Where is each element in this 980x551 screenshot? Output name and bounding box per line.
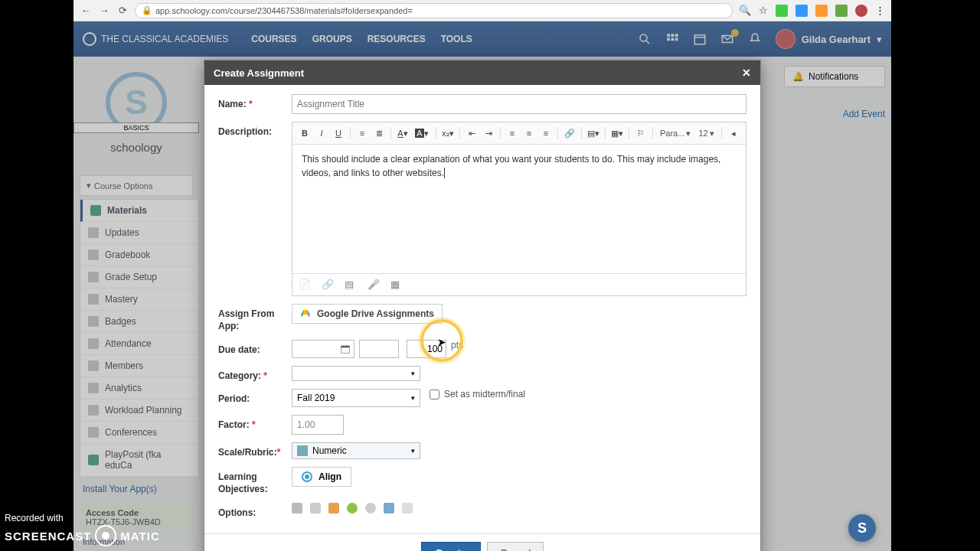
ext-icon-3[interactable] [815, 5, 828, 17]
category-row: Category: * ▾ [218, 366, 746, 381]
midterm-label: Set as midterm/final [444, 389, 525, 399]
scale-value: Numeric [312, 445, 347, 456]
watermark-brand: SCREENCAST [5, 530, 91, 543]
browser-toolbar: ← → ⟳ 🔒 app.schoology.com/course/2304467… [74, 0, 891, 21]
date-input[interactable] [292, 340, 354, 358]
assign-from-app-row: Assign From App: Google Drive Assignment… [218, 304, 746, 332]
link-button[interactable]: 🔗 [562, 126, 577, 141]
scale-select[interactable]: Numeric ▾ [292, 442, 420, 459]
rich-text-editor: B I U ≡ ≣ A▾ A▾ x₂▾ [292, 122, 746, 296]
watermark-logo: SCREENCAST MATIC [5, 523, 165, 548]
back-button[interactable]: ← [80, 5, 92, 17]
period-select[interactable]: Fall 2019▾ [292, 389, 420, 407]
number-list-button[interactable]: ≣ [371, 126, 387, 141]
modal-header: Create Assignment ✕ [204, 60, 760, 85]
modal-footer: Create Cancel [204, 533, 760, 551]
url-text: app.schoology.com/course/2304467538/mate… [155, 6, 413, 15]
bullet-list-button[interactable]: ≡ [354, 126, 370, 141]
insert-button[interactable]: ▤▾ [586, 126, 601, 141]
menu-icon[interactable]: ⋮ [875, 5, 885, 16]
midterm-checkbox[interactable] [430, 390, 439, 399]
editor-toolbar: B I U ≡ ≣ A▾ A▾ x₂▾ [292, 122, 746, 145]
time-input[interactable] [359, 340, 399, 358]
indent-button[interactable]: ⇥ [481, 126, 496, 141]
objectives-row: Learning Objectives: Align [218, 467, 746, 495]
outdent-button[interactable]: ⇤ [464, 126, 479, 141]
name-input[interactable] [292, 94, 746, 114]
option-individual-icon[interactable] [292, 503, 302, 514]
objectives-label: Learning Objectives: [218, 467, 292, 495]
target-icon [302, 471, 312, 482]
ext-icon-1[interactable] [776, 5, 788, 17]
option-lock-icon[interactable] [310, 503, 321, 514]
options-icons [292, 503, 413, 514]
gdrive-label: Google Drive Assignments [317, 308, 434, 319]
period-label: Period: [218, 389, 292, 404]
expand-button[interactable]: ◂ [726, 126, 741, 141]
align-center-button[interactable]: ≡ [521, 126, 537, 141]
factor-input[interactable] [292, 415, 344, 435]
audio-icon[interactable]: 🎤 [368, 279, 380, 291]
text-color-button[interactable]: A▾ [395, 126, 410, 141]
google-drive-button[interactable]: Google Drive Assignments [292, 304, 443, 324]
factor-label: Factor: * [218, 415, 292, 430]
option-comments-icon[interactable] [384, 503, 394, 514]
points-input[interactable] [407, 340, 446, 358]
editor-content[interactable]: This should include a clear explanation … [292, 145, 746, 273]
option-published-icon[interactable] [347, 503, 358, 514]
ext-icon-4[interactable] [835, 5, 848, 17]
close-icon[interactable]: ✕ [742, 67, 751, 79]
star-icon[interactable]: ☆ [759, 5, 768, 16]
font-size-select[interactable]: 12 ▾ [695, 129, 717, 139]
table-button[interactable]: ▦▾ [609, 126, 625, 141]
browser-window: ← → ⟳ 🔒 app.schoology.com/course/2304467… [74, 0, 891, 551]
zoom-icon[interactable]: 🔍 [739, 5, 751, 16]
modal-overlay: Create Assignment ✕ Name: * Description:… [74, 21, 891, 551]
drive-icon [300, 308, 311, 319]
description-row: Description: B I U ≡ ≣ A▾ [218, 122, 746, 296]
option-grade-stats-icon[interactable] [365, 503, 376, 514]
description-text: This should include a clear explanation … [302, 154, 720, 178]
bold-button[interactable]: B [297, 126, 312, 141]
reload-button[interactable]: ⟳ [116, 5, 129, 17]
subscript-button[interactable]: x₂▾ [440, 126, 456, 141]
url-bar[interactable]: 🔒 app.schoology.com/course/2304467538/ma… [135, 3, 733, 18]
factor-row: Factor: * [218, 415, 746, 435]
align-button[interactable]: Align [292, 467, 351, 487]
create-assignment-modal: Create Assignment ✕ Name: * Description:… [204, 60, 761, 551]
link-attach-icon[interactable]: 🔗 [322, 279, 334, 291]
underline-button[interactable]: U [331, 126, 346, 141]
options-label: Options: [218, 503, 292, 518]
resource-icon[interactable]: ▤ [345, 279, 357, 291]
clear-format-button[interactable]: ⚐ [633, 126, 648, 141]
option-submissions-icon[interactable] [328, 503, 339, 514]
description-label: Description: [218, 122, 292, 137]
category-select[interactable]: ▾ [292, 366, 420, 381]
option-copy-icon[interactable] [402, 503, 413, 514]
points-label: pts [451, 340, 463, 350]
category-label: Category: * [218, 366, 292, 381]
profile-icon[interactable] [855, 5, 867, 17]
align-left-button[interactable]: ≡ [505, 126, 520, 141]
paragraph-select[interactable]: Para... ▾ [657, 129, 694, 139]
highlight-button[interactable]: A▾ [412, 126, 432, 141]
app-icon[interactable]: ▦ [390, 279, 403, 291]
watermark-recorded: Recorded with [5, 513, 165, 523]
forward-button[interactable]: → [98, 5, 110, 17]
cancel-button[interactable]: Cancel [487, 542, 544, 551]
modal-title: Create Assignment [214, 67, 304, 79]
italic-button[interactable]: I [314, 126, 329, 141]
create-button[interactable]: Create [421, 542, 481, 551]
midterm-checkbox-row: Set as midterm/final [430, 389, 525, 399]
scale-label: Scale/Rubric:* [218, 442, 292, 458]
options-row: Options: [218, 503, 746, 518]
align-right-button[interactable]: ≡ [538, 126, 554, 141]
ext-icon-2[interactable] [795, 5, 808, 17]
assign-from-app-label: Assign From App: [218, 304, 292, 332]
file-icon[interactable]: 📄 [299, 279, 311, 291]
floating-help-button[interactable]: S [848, 514, 876, 542]
scale-row: Scale/Rubric:* Numeric ▾ [218, 442, 746, 459]
watermark-brand2: MATIC [120, 530, 159, 543]
extension-icons: 🔍 ☆ ⋮ [739, 5, 885, 17]
watermark: Recorded with SCREENCAST MATIC [5, 513, 165, 548]
